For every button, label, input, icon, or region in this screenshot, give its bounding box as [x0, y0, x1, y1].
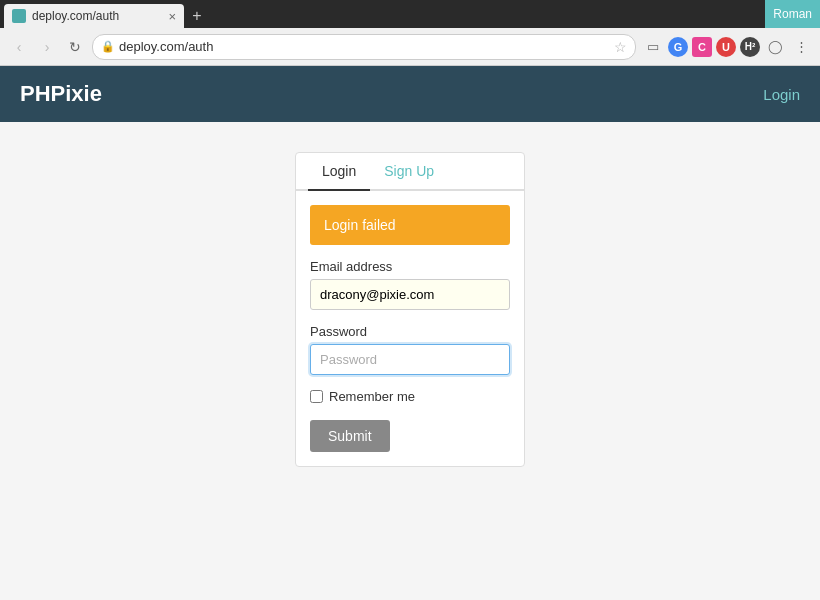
address-bar-input[interactable]: [119, 39, 610, 54]
lock-icon: 🔒: [101, 40, 115, 53]
main-content: Login Sign Up Login failed Email address…: [0, 122, 820, 497]
password-label: Password: [310, 324, 510, 339]
remember-me-row: Remember me: [310, 389, 510, 404]
browser-toolbar: ‹ › ↻ 🔒 ☆ ▭ G C U H² ◯ ⋮: [0, 28, 820, 66]
google-icon[interactable]: G: [668, 37, 688, 57]
login-failed-alert: Login failed: [310, 205, 510, 245]
auth-tabs: Login Sign Up: [296, 153, 524, 191]
browser-tab-active[interactable]: deploy.com/auth ×: [4, 4, 184, 28]
submit-button[interactable]: Submit: [310, 420, 390, 452]
address-bar-container: 🔒 ☆: [92, 34, 636, 60]
bookmark-icon[interactable]: ☆: [614, 39, 627, 55]
tab-title: deploy.com/auth: [32, 9, 119, 23]
auth-form-body: Login failed Email address Password Reme…: [296, 191, 524, 466]
chrome-icon[interactable]: ◯: [764, 36, 786, 58]
tab-login[interactable]: Login: [308, 153, 370, 191]
browser-chrome: deploy.com/auth × + Roman ‹ › ↻ 🔒 ☆ ▭ G …: [0, 0, 820, 66]
toolbar-extension-icons: ▭ G C U H² ◯ ⋮: [642, 36, 812, 58]
screen-cast-icon[interactable]: ▭: [642, 36, 664, 58]
remember-me-label[interactable]: Remember me: [329, 389, 415, 404]
user-name-display: Roman: [765, 0, 820, 28]
tab-favicon: [12, 9, 26, 23]
refresh-icon: ↻: [69, 39, 81, 55]
back-icon: ‹: [17, 39, 22, 55]
header-login-link[interactable]: Login: [763, 86, 800, 103]
browser-tabs-bar: deploy.com/auth × + Roman: [0, 0, 820, 28]
back-button[interactable]: ‹: [8, 36, 30, 58]
refresh-button[interactable]: ↻: [64, 36, 86, 58]
app-logo: PHPixie: [20, 81, 763, 107]
auth-card: Login Sign Up Login failed Email address…: [295, 152, 525, 467]
forward-icon: ›: [45, 39, 50, 55]
password-form-group: Password: [310, 324, 510, 375]
app-header: PHPixie Login: [0, 66, 820, 122]
forward-button[interactable]: ›: [36, 36, 58, 58]
remember-me-checkbox[interactable]: [310, 390, 323, 403]
email-input[interactable]: [310, 279, 510, 310]
email-form-group: Email address: [310, 259, 510, 310]
ext-icon-c[interactable]: C: [692, 37, 712, 57]
tab-signup[interactable]: Sign Up: [370, 153, 448, 191]
new-tab-button[interactable]: +: [184, 4, 210, 28]
alert-message: Login failed: [324, 217, 396, 233]
email-label: Email address: [310, 259, 510, 274]
ext-icon-h2[interactable]: H²: [740, 37, 760, 57]
tab-close-button[interactable]: ×: [168, 9, 176, 24]
password-input[interactable]: [310, 344, 510, 375]
ext-icon-u[interactable]: U: [716, 37, 736, 57]
menu-icon[interactable]: ⋮: [790, 36, 812, 58]
